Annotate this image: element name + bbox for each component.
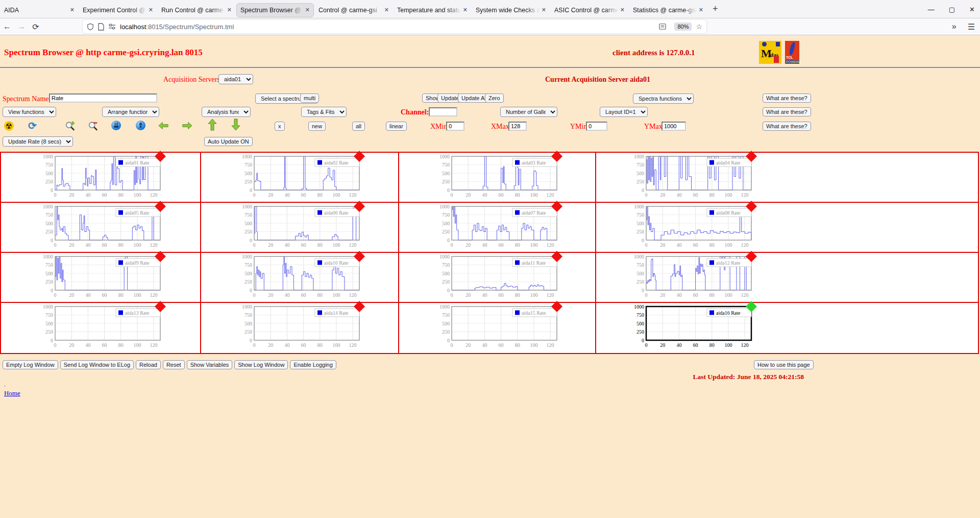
linear-button[interactable]: linear — [386, 122, 407, 131]
channel-input[interactable] — [429, 107, 457, 116]
browser-tab[interactable]: Control @ carme-gsi✕ — [315, 3, 393, 17]
svg-text:750: 750 — [636, 162, 644, 168]
tab-close-icon[interactable]: ✕ — [146, 7, 153, 13]
multi-button[interactable]: multi — [300, 93, 319, 103]
gallery-cell-aida05[interactable]: 02505007501000020406080100120aida05 Rate — [1, 203, 201, 253]
arrow-down-icon[interactable] — [231, 120, 241, 130]
zoom-level-badge[interactable]: 80% — [674, 22, 692, 31]
how-to-use-button[interactable]: How to use this page — [754, 360, 814, 369]
bookmark-star-icon[interactable]: ☆ — [696, 22, 702, 31]
zoom-in-icon[interactable] — [65, 121, 75, 131]
zoom-out-icon[interactable] — [88, 121, 98, 131]
refresh-icon[interactable]: ⟳ — [28, 120, 37, 132]
tab-close-icon[interactable]: ✕ — [225, 7, 232, 13]
svg-text:120: 120 — [150, 242, 158, 248]
browser-tab[interactable]: AIDA✕ — [1, 3, 78, 17]
tab-close-icon[interactable]: ✕ — [697, 7, 703, 13]
tab-close-icon[interactable]: ✕ — [461, 7, 468, 13]
number-of-galleries-dropdown[interactable]: Number of Galleries — [500, 107, 557, 117]
gallery-cell-aida08[interactable]: 02505007501000020406080100120aida08 Rate — [596, 203, 978, 253]
hamburger-menu-icon[interactable]: ☰ — [968, 22, 975, 32]
tab-close-icon[interactable]: ✕ — [618, 7, 625, 13]
xmin-input[interactable] — [446, 122, 464, 131]
overflow-menu-icon[interactable]: » — [952, 22, 957, 31]
arrow-right-icon[interactable] — [182, 121, 192, 131]
shield-icon[interactable] — [87, 23, 94, 31]
expand-icon[interactable]: ⇑ — [136, 121, 145, 130]
new-button[interactable]: new — [308, 122, 326, 131]
auto-update-button[interactable]: Auto Update ON — [204, 137, 253, 146]
arrow-up-icon[interactable] — [207, 120, 217, 130]
reset-button[interactable]: Reset — [163, 360, 185, 369]
svg-text:20: 20 — [465, 242, 471, 248]
forward-icon[interactable]: → — [14, 22, 29, 31]
tab-close-icon[interactable]: ✕ — [303, 7, 310, 13]
browser-tab[interactable]: Spectrum Browser @ ca✕ — [236, 3, 314, 17]
xmax-input[interactable] — [508, 122, 527, 131]
analysis-functions-dropdown[interactable]: Analysis functions — [202, 107, 251, 117]
browser-tab[interactable]: Experiment Control @ ca✕ — [79, 3, 157, 17]
gallery-cell-aida14[interactable]: 02505007501000020406080100120aida14 Rate — [201, 303, 399, 353]
what-are-these-button-2[interactable]: What are these? — [763, 107, 811, 116]
radiation-icon[interactable]: ☢ — [4, 121, 14, 131]
url-field[interactable]: localhost:8015/Spectrum/Spectrum.tml 80%… — [83, 20, 706, 33]
view-functions-dropdown[interactable]: View functions — [3, 107, 56, 117]
acquisition-server-select[interactable]: aida01 — [218, 74, 253, 84]
gallery-cell-aida04[interactable]: 02505007501000020406080100120aida04 Rate — [596, 153, 978, 203]
browser-tab[interactable]: Temperature and status s✕ — [394, 3, 471, 17]
gallery-cell-aida15[interactable]: 02505007501000020406080100120aida15 Rate — [399, 303, 596, 353]
permissions-icon[interactable] — [108, 23, 116, 30]
svg-text:60: 60 — [499, 242, 504, 248]
url-text[interactable]: localhost:8015/Spectrum/Spectrum.tml — [120, 23, 659, 31]
all-button[interactable]: all — [352, 122, 365, 131]
svg-text:0: 0 — [54, 292, 57, 298]
reader-mode-icon[interactable] — [659, 23, 666, 30]
gallery-cell-aida06[interactable]: 02505007501000020406080100120aida06 Rate — [201, 203, 399, 253]
gallery-cell-aida03[interactable]: 02505007501000020406080100120aida03 Rate — [399, 153, 596, 203]
reload-icon[interactable]: ⟳ — [29, 22, 43, 32]
ymax-input[interactable] — [662, 122, 686, 131]
update-rate-dropdown[interactable]: Update Rate (8 secs) — [3, 136, 73, 147]
home-link[interactable]: Home — [4, 389, 20, 397]
spectrum-name-input[interactable] — [49, 93, 157, 103]
enable-logging-button[interactable]: Enable Logging — [290, 360, 336, 369]
arrange-functions-dropdown[interactable]: Arrange functions — [102, 107, 159, 117]
collapse-icon[interactable]: ⇊ — [111, 121, 121, 130]
show-variables-button[interactable]: Show Variables — [187, 360, 233, 369]
gallery-cell-aida07[interactable]: 02505007501000020406080100120aida07 Rate — [399, 203, 596, 253]
back-icon[interactable]: ← — [0, 22, 14, 31]
what-are-these-button-1[interactable]: What are these? — [763, 93, 811, 103]
arrow-left-icon[interactable] — [158, 121, 168, 131]
gallery-cell-aida02[interactable]: 02505007501000020406080100120aida02 Rate — [201, 153, 399, 203]
gallery-cell-aida12[interactable]: 02505007501000020406080100120aida12 Rate — [596, 253, 978, 303]
empty-log-window-button[interactable]: Empty Log Window — [3, 360, 58, 369]
send-log-window-to-elog-button[interactable]: Send Log Window to ELog — [60, 360, 134, 369]
browser-tab[interactable]: Run Control @ carme-gs✕ — [158, 3, 235, 17]
page-info-icon[interactable] — [98, 23, 104, 31]
tags-fits-dropdown[interactable]: Tags & Fits — [301, 107, 347, 117]
ymin-input[interactable] — [586, 122, 607, 131]
browser-tab[interactable]: System wide Checks @ c✕ — [472, 3, 550, 17]
browser-tab[interactable]: ASIC Control @ carme-g✕ — [551, 3, 628, 17]
close-icon[interactable]: ✕ — [969, 6, 975, 13]
browser-tab[interactable]: Statistics @ carme-gsi✕ — [629, 3, 707, 17]
gallery-cell-aida01[interactable]: 02505007501000020406080100120aida01 Rate — [1, 153, 201, 203]
gallery-cell-aida16[interactable]: 02505007501000020406080100120aida16 Rate — [596, 303, 978, 353]
tab-close-icon[interactable]: ✕ — [540, 7, 546, 13]
maximize-icon[interactable]: ▢ — [949, 6, 955, 13]
x-axis-button[interactable]: x — [275, 122, 285, 131]
gallery-cell-aida10[interactable]: 02505007501000020406080100120aida10 Rate — [201, 253, 399, 303]
what-are-these-button-3[interactable]: What are these? — [763, 122, 811, 131]
new-tab-button[interactable]: + — [707, 4, 723, 14]
gallery-cell-aida11[interactable]: 02505007501000020406080100120aida11 Rate — [399, 253, 596, 303]
tab-close-icon[interactable]: ✕ — [382, 7, 389, 13]
show-log-window-button[interactable]: Show Log Window — [234, 360, 288, 369]
minimize-icon[interactable]: — — [928, 6, 935, 13]
layout-id-dropdown[interactable]: Layout ID=1 — [600, 107, 648, 117]
tab-close-icon[interactable]: ✕ — [68, 7, 75, 13]
reload-button[interactable]: Reload — [136, 360, 161, 369]
gallery-cell-aida09[interactable]: 02505007501000020406080100120aida09 Rate — [1, 253, 201, 303]
spectra-functions-dropdown[interactable]: Spectra functions — [633, 93, 694, 104]
gallery-cell-aida13[interactable]: 02505007501000020406080100120aida13 Rate — [1, 303, 201, 353]
zero-button[interactable]: Zero — [485, 93, 504, 103]
